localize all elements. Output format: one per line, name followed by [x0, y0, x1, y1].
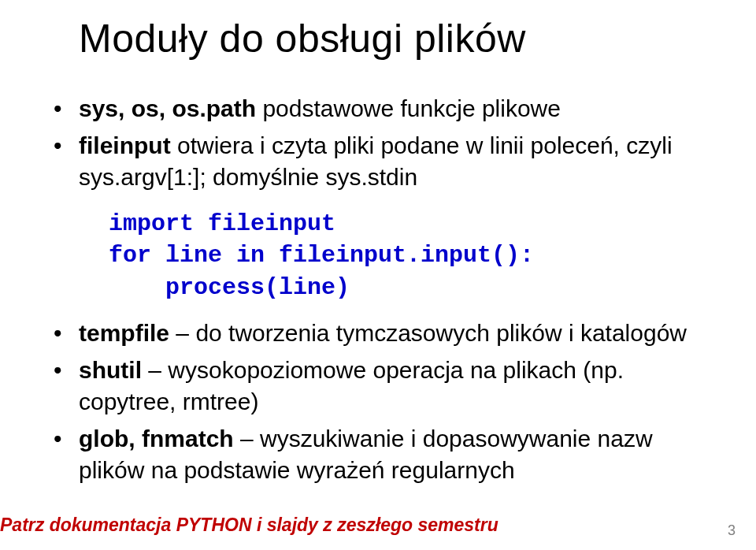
list-item: sys, os, os.path podstawowe funkcje plik…: [47, 93, 709, 125]
list-item: tempfile – do tworzenia tymczasowych pli…: [47, 318, 709, 350]
item-desc: podstawowe funkcje plikowe: [256, 95, 561, 121]
item-term: glob, fnmatch: [79, 426, 234, 452]
item-desc: – wysokopoziomowe operacja na plikach (n…: [79, 357, 624, 415]
list-item: shutil – wysokopoziomowe operacja na pli…: [47, 355, 709, 418]
bullet-list: tempfile – do tworzenia tymczasowych pli…: [47, 318, 709, 487]
item-term: tempfile: [79, 320, 169, 346]
list-item: glob, fnmatch – wyszukiwanie i dopasowyw…: [47, 423, 709, 487]
item-term: shutil: [79, 357, 142, 383]
slide-page: Moduły do obsługi plików sys, os, os.pat…: [0, 0, 756, 550]
code-block: import fileinput for line in fileinput.i…: [109, 208, 709, 304]
page-number: 3: [728, 522, 736, 539]
item-term: sys, os, os.path: [79, 95, 256, 121]
bullet-list: sys, os, os.path podstawowe funkcje plik…: [47, 93, 709, 194]
item-desc: – do tworzenia tymczasowych plików i kat…: [169, 320, 687, 346]
list-item: fileinput otwiera i czyta pliki podane w…: [47, 130, 709, 194]
footnote: Patrz dokumentacja PYTHON i slajdy z zes…: [0, 515, 498, 536]
item-term: fileinput: [79, 132, 171, 158]
page-title: Moduły do obsługi plików: [79, 16, 709, 61]
